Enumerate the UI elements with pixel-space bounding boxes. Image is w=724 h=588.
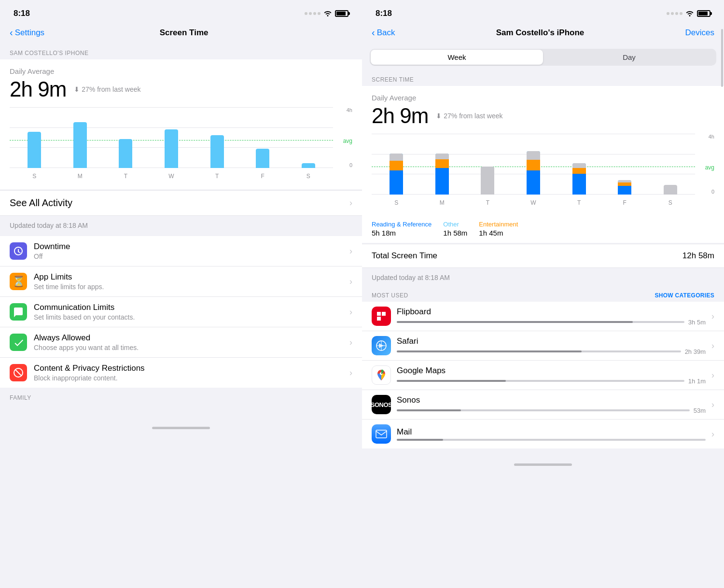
left-chart-x-labels: S M T W T F S	[10, 173, 333, 180]
sonos-app-item[interactable]: SONOS Sonos 53m ›	[362, 390, 724, 420]
left-home-indicator	[152, 427, 210, 429]
back-to-screen-time-button[interactable]: ‹ Back	[372, 27, 395, 38]
app-limits-text: App Limits Set time limits for apps.	[34, 272, 343, 291]
total-screen-time-value: 12h 58m	[682, 251, 714, 261]
bar-s1	[28, 132, 41, 168]
flipboard-icon	[372, 307, 391, 326]
svg-line-1	[15, 370, 22, 376]
back-chevron-icon: ‹	[10, 27, 13, 38]
family-label: FAMILY	[10, 394, 352, 401]
right-bar-s1	[374, 154, 419, 195]
right-signal-dots-icon	[667, 12, 682, 15]
left-chart-area: avg 4h 0	[10, 107, 352, 180]
see-all-activity-section[interactable]: See All Activity ›	[0, 190, 362, 215]
right-bar-w1	[511, 151, 557, 195]
right-wifi-icon	[685, 10, 694, 18]
google-maps-usage-fill	[397, 380, 506, 382]
battery-icon	[335, 10, 348, 17]
see-all-row[interactable]: See All Activity ›	[0, 191, 362, 215]
legend-reading-value: 5h 18m	[372, 229, 432, 237]
mail-usage-bar	[397, 439, 706, 441]
content-privacy-menu-item[interactable]: Content & Privacy Restrictions Block ina…	[0, 358, 362, 388]
app-limits-menu-item[interactable]: ⏳ App Limits Set time limits for apps. ›	[0, 266, 362, 297]
right-bar-t2	[556, 163, 602, 195]
total-screen-time-label: Total Screen Time	[372, 251, 437, 261]
right-chart-y-labels: 4h 0	[709, 134, 714, 195]
x-label-t2: T	[194, 173, 240, 180]
left-daily-avg-card: Daily Average 2h 9m ⬇ 27% from last week	[0, 59, 362, 189]
comm-limits-chevron-icon: ›	[349, 307, 352, 317]
left-menu-section: Downtime Off › ⏳ App Limits Set time lim…	[0, 236, 362, 388]
legend-entertainment-label: Entertainment	[479, 221, 518, 228]
bar-group-t1	[103, 139, 149, 168]
left-chart-bars	[10, 107, 333, 168]
right-back-chevron-icon: ‹	[372, 27, 375, 38]
bar-group-f1	[240, 149, 286, 168]
downtime-chevron-icon: ›	[349, 246, 352, 256]
x-label-f1: F	[240, 173, 286, 180]
content-privacy-chevron-icon: ›	[349, 368, 352, 378]
bar-group-m1	[57, 122, 103, 168]
app-limits-chevron-icon: ›	[349, 277, 352, 287]
left-update-notice: Updated today at 8:18 AM	[0, 215, 362, 235]
left-status-bar: 8:18	[0, 0, 362, 23]
bar-s2	[302, 163, 315, 168]
sonos-text-icon: SONOS	[372, 401, 391, 408]
google-maps-chevron-icon: ›	[711, 370, 714, 380]
week-segment-button[interactable]: Week	[371, 50, 543, 65]
always-allowed-chevron-icon: ›	[349, 337, 352, 348]
right-status-time: 8:18	[376, 9, 392, 18]
left-chart-y-labels: 4h 0	[347, 107, 352, 168]
always-allowed-icon	[10, 334, 27, 351]
week-day-segment: Week Day	[370, 49, 716, 66]
safari-icon	[372, 336, 391, 355]
comm-limits-icon	[10, 303, 27, 321]
comm-limits-title: Communication Limits	[34, 303, 343, 312]
x-label-s2: S	[285, 173, 331, 180]
safari-app-item[interactable]: Safari 2h 39m ›	[362, 331, 724, 361]
rx-label-s1: S	[374, 199, 419, 206]
mail-name: Mail	[397, 427, 706, 437]
downtime-menu-item[interactable]: Downtime Off ›	[0, 236, 362, 266]
left-nav-bar: ‹ Settings Screen Time	[0, 23, 362, 44]
right-chart-area: avg 4h 0	[372, 134, 714, 206]
show-categories-button[interactable]: SHOW CATEGORIES	[654, 292, 714, 299]
content-privacy-title: Content & Privacy Restrictions	[34, 364, 343, 373]
left-daily-avg-section: Daily Average 2h 9m ⬇ 27% from last week	[0, 59, 362, 101]
see-all-label: See All Activity	[10, 197, 72, 209]
left-daily-avg-label: Daily Average	[10, 67, 352, 75]
always-allowed-menu-item[interactable]: Always Allowed Choose apps you want at a…	[0, 327, 362, 358]
mail-app-item[interactable]: Mail ›	[362, 420, 724, 448]
right-down-arrow-icon: ⬇	[436, 112, 442, 120]
right-nav-bar: ‹ Back Sam Costello's iPhone Devices	[362, 23, 724, 44]
see-all-chevron-icon: ›	[349, 198, 352, 208]
rx-label-f1: F	[602, 199, 648, 206]
google-maps-app-item[interactable]: Google Maps 1h 1m ›	[362, 361, 724, 390]
content-privacy-icon	[10, 364, 27, 381]
right-daily-avg-section: Daily Average 2h 9m ⬇ 27% from last week	[362, 86, 724, 128]
safari-time: 2h 39m	[685, 348, 706, 355]
legend-other-value: 1h 58m	[443, 229, 467, 237]
bar-group-s1	[12, 132, 57, 168]
always-allowed-subtitle: Choose apps you want at all times.	[34, 344, 343, 351]
sonos-info: Sonos 53m	[397, 395, 706, 414]
left-change-text: 27% from last week	[82, 85, 140, 93]
sonos-name: Sonos	[397, 395, 706, 405]
comm-limits-menu-item[interactable]: Communication Limits Set limits based on…	[0, 297, 362, 327]
svg-rect-6	[376, 430, 387, 438]
flipboard-app-item[interactable]: Flipboard 3h 5m ›	[362, 302, 724, 331]
sonos-usage-bar	[397, 409, 690, 411]
x-label-t1: T	[103, 173, 149, 180]
family-section: FAMILY	[0, 389, 362, 404]
right-phone: 8:18 ‹	[362, 0, 724, 588]
day-segment-button[interactable]: Day	[543, 50, 715, 65]
mail-icon	[372, 424, 391, 444]
bar-t1	[119, 139, 132, 168]
right-change-text: 27% from last week	[444, 112, 502, 120]
bar-m1	[73, 122, 87, 168]
devices-button[interactable]: Devices	[685, 28, 714, 38]
rx-label-t1: T	[465, 199, 511, 206]
mail-bar-row	[397, 439, 706, 441]
right-bar-s2	[647, 185, 693, 195]
back-to-settings-button[interactable]: ‹ Settings	[10, 27, 44, 38]
